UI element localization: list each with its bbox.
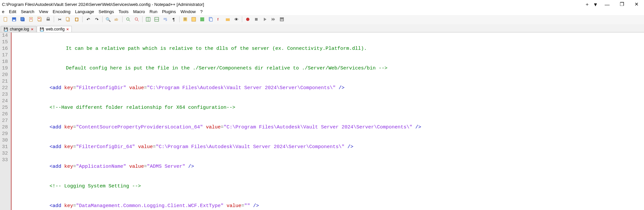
- line-number: 21: [1, 78, 8, 85]
- line-number: 31: [1, 144, 8, 150]
- line-number: 15: [1, 39, 8, 46]
- close-tab-icon[interactable]: ✕: [31, 28, 33, 31]
- menu-tools[interactable]: Tools: [119, 9, 128, 14]
- line-number: 26: [1, 111, 8, 118]
- print-icon[interactable]: [45, 16, 52, 23]
- dropdown-button[interactable]: ▼: [591, 0, 600, 9]
- line-number: 24: [1, 98, 8, 105]
- menu-settings[interactable]: Settings: [99, 9, 114, 14]
- code-area[interactable]: It can be a relative path which is relat…: [17, 32, 644, 210]
- window-controls: ＋ ▼ — ❐ ✕: [583, 0, 644, 9]
- record-macro-icon[interactable]: [244, 16, 251, 23]
- window-title: C:\Program Files\Autodesk\Vault Server 2…: [2, 2, 204, 7]
- menu-edit[interactable]: Edit: [9, 9, 16, 14]
- udl-icon[interactable]: [190, 16, 197, 23]
- line-number: 28: [1, 124, 8, 131]
- monitoring-icon[interactable]: 👁: [233, 16, 240, 23]
- svg-marker-40: [272, 18, 273, 21]
- svg-line-22: [137, 20, 139, 21]
- svg-point-37: [246, 18, 249, 21]
- svg-line-20: [129, 20, 130, 21]
- indent-guide-icon[interactable]: [182, 16, 189, 23]
- toolbar-separator: [142, 16, 143, 22]
- code-line: <add key="ContentSourcePropertyProviders…: [17, 124, 641, 131]
- save-macro-icon[interactable]: [278, 16, 285, 23]
- svg-rect-5: [29, 17, 32, 21]
- saved-file-icon: 💾: [4, 27, 8, 31]
- svg-rect-43: [281, 19, 283, 21]
- svg-rect-36: [226, 18, 230, 21]
- play-multi-icon[interactable]: [270, 16, 277, 23]
- line-number: 33: [1, 157, 8, 163]
- folder-workspace-icon[interactable]: [224, 16, 231, 23]
- doc-list-icon[interactable]: [207, 16, 214, 23]
- function-list-icon[interactable]: f: [216, 16, 223, 23]
- menu-macro[interactable]: Macro: [133, 9, 145, 14]
- menu-file-partial[interactable]: e: [2, 9, 4, 14]
- menu-bar: e Edit Search View Encoding Language Set…: [0, 9, 644, 15]
- svg-marker-41: [273, 18, 275, 21]
- doc-map-icon[interactable]: [199, 16, 206, 23]
- find-icon[interactable]: 🔍: [105, 16, 112, 23]
- menu-search[interactable]: Search: [21, 9, 34, 14]
- editor[interactable]: 14 15 16 17 18 19 20 21 22 23 24 25 26 2…: [0, 32, 644, 210]
- new-window-button[interactable]: ＋: [583, 0, 591, 9]
- redo-icon[interactable]: ↷: [93, 16, 100, 23]
- menu-run[interactable]: Run: [149, 9, 157, 14]
- maximize-button[interactable]: ❐: [615, 0, 629, 9]
- close-file-icon[interactable]: [28, 16, 35, 23]
- svg-rect-31: [192, 17, 196, 21]
- close-button[interactable]: ✕: [629, 0, 644, 9]
- line-number: 17: [1, 52, 8, 59]
- paste-icon[interactable]: [73, 16, 80, 23]
- toolbar-separator: [102, 16, 103, 22]
- toolbar-separator: [179, 16, 180, 22]
- wrap-icon[interactable]: [162, 16, 169, 23]
- svg-marker-39: [264, 18, 266, 21]
- show-all-chars-icon[interactable]: ¶: [170, 16, 177, 23]
- menu-help[interactable]: ?: [200, 9, 203, 14]
- menu-plugins[interactable]: Plugins: [162, 9, 176, 14]
- line-number: 30: [1, 137, 8, 144]
- play-macro-icon[interactable]: [261, 16, 268, 23]
- toolbar-separator: [82, 16, 83, 22]
- file-tab-label: change.log: [10, 27, 29, 31]
- cut-icon[interactable]: ✂: [56, 16, 63, 23]
- close-tab-icon[interactable]: ✕: [66, 28, 69, 31]
- close-all-icon[interactable]: [36, 16, 43, 23]
- copy-icon[interactable]: [65, 16, 72, 23]
- code-line: <add key="FilterConfigDir" value="C:\Pro…: [17, 85, 641, 91]
- undo-icon[interactable]: ↶: [85, 16, 92, 23]
- sync-v-icon[interactable]: [145, 16, 152, 23]
- menu-view[interactable]: View: [39, 9, 48, 14]
- file-tab-webconfig[interactable]: 💾 web.config ✕: [37, 26, 72, 32]
- replace-icon[interactable]: ab: [113, 16, 120, 23]
- fold-margin[interactable]: [11, 32, 17, 210]
- toolbar-separator: [122, 16, 123, 22]
- save-all-icon[interactable]: [19, 16, 26, 23]
- svg-rect-9: [38, 17, 41, 21]
- code-line: <!-- Logging System Setting -->: [17, 183, 641, 190]
- save-icon[interactable]: [10, 16, 18, 23]
- file-tab-changelog[interactable]: 💾 change.log ✕: [1, 26, 36, 32]
- menu-window[interactable]: Window: [181, 9, 196, 14]
- new-file-icon[interactable]: [2, 16, 9, 23]
- toolbar-separator: [54, 16, 54, 22]
- menu-encoding[interactable]: Encoding: [53, 9, 70, 14]
- stop-macro-icon[interactable]: [253, 16, 260, 23]
- svg-rect-15: [66, 17, 69, 21]
- line-number: 25: [1, 105, 8, 111]
- svg-rect-13: [47, 17, 49, 19]
- zoom-out-icon[interactable]: [133, 16, 140, 23]
- line-number: 14: [1, 32, 8, 39]
- zoom-in-icon[interactable]: [125, 16, 132, 23]
- svg-point-21: [135, 18, 138, 20]
- svg-rect-0: [4, 17, 7, 21]
- toolbar: ✂ ↶ ↷ 🔍 ab ¶ f 👁: [0, 15, 644, 24]
- title-bar: C:\Program Files\Autodesk\Vault Server 2…: [0, 0, 644, 9]
- menu-language[interactable]: Language: [75, 9, 94, 14]
- minimize-button[interactable]: —: [600, 0, 615, 9]
- svg-rect-38: [255, 18, 258, 21]
- sync-h-icon[interactable]: [153, 16, 160, 23]
- saved-file-icon: 💾: [40, 27, 44, 31]
